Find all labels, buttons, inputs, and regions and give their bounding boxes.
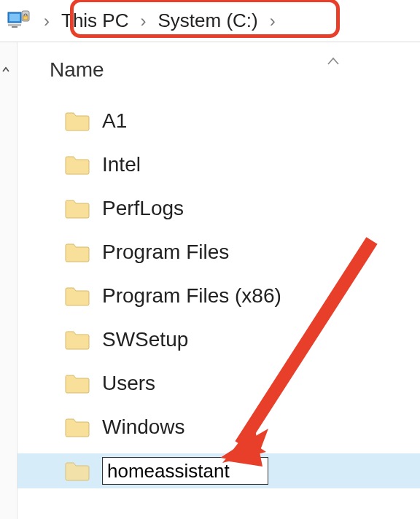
svg-rect-1 <box>9 14 20 21</box>
folder-label: PerfLogs <box>102 197 184 220</box>
folder-label: Intel <box>102 153 141 176</box>
folder-label: A1 <box>102 109 127 133</box>
svg-rect-3 <box>12 26 18 28</box>
breadcrumb-this-pc[interactable]: This PC <box>57 8 133 34</box>
folder-icon <box>64 329 90 351</box>
breadcrumb-system-c[interactable]: System (C:) <box>153 8 262 34</box>
folder-row[interactable]: PerfLogs <box>50 191 420 226</box>
chevron-right-icon[interactable]: › <box>262 11 283 31</box>
collapse-caret-icon[interactable] <box>0 63 12 79</box>
folder-row[interactable]: Users <box>50 366 420 401</box>
folder-icon <box>64 154 90 176</box>
this-pc-icon <box>7 9 34 33</box>
content-area: Name A1 Intel PerfLo <box>0 42 420 519</box>
folder-label: Windows <box>102 415 185 439</box>
chevron-right-icon[interactable]: › <box>133 11 153 31</box>
folder-icon <box>64 285 90 307</box>
left-gutter <box>0 42 18 519</box>
breadcrumb-bar: › This PC › System (C:) › <box>0 0 420 42</box>
folder-icon <box>64 372 90 394</box>
folder-row[interactable]: Program Files <box>50 235 420 270</box>
folder-row-editing[interactable] <box>18 453 420 488</box>
folder-label: SWSetup <box>102 328 188 351</box>
folder-rename-input[interactable] <box>102 457 268 485</box>
folder-row[interactable]: Intel <box>50 147 420 182</box>
sort-indicator-icon <box>327 54 340 69</box>
folder-row[interactable]: A1 <box>50 104 420 138</box>
folder-icon <box>64 198 90 219</box>
folder-label: Program Files (x86) <box>102 284 281 308</box>
folder-row[interactable]: Windows <box>50 410 420 445</box>
file-list-pane: Name A1 Intel PerfLo <box>18 42 420 519</box>
svg-rect-5 <box>23 16 28 20</box>
svg-rect-2 <box>8 24 21 26</box>
folder-row[interactable]: Program Files (x86) <box>50 278 420 313</box>
chevron-right-icon[interactable]: › <box>36 11 57 31</box>
column-header-row: Name <box>50 58 420 82</box>
folder-label: Program Files <box>102 241 229 264</box>
folder-icon <box>64 416 90 438</box>
folder-label: Users <box>102 372 155 395</box>
folder-icon <box>64 460 90 482</box>
folder-list: A1 Intel PerfLogs Program Files <box>50 104 420 488</box>
folder-icon <box>64 241 90 263</box>
folder-icon <box>64 110 90 132</box>
column-header-name[interactable]: Name <box>50 58 104 82</box>
folder-row[interactable]: SWSetup <box>50 322 420 357</box>
